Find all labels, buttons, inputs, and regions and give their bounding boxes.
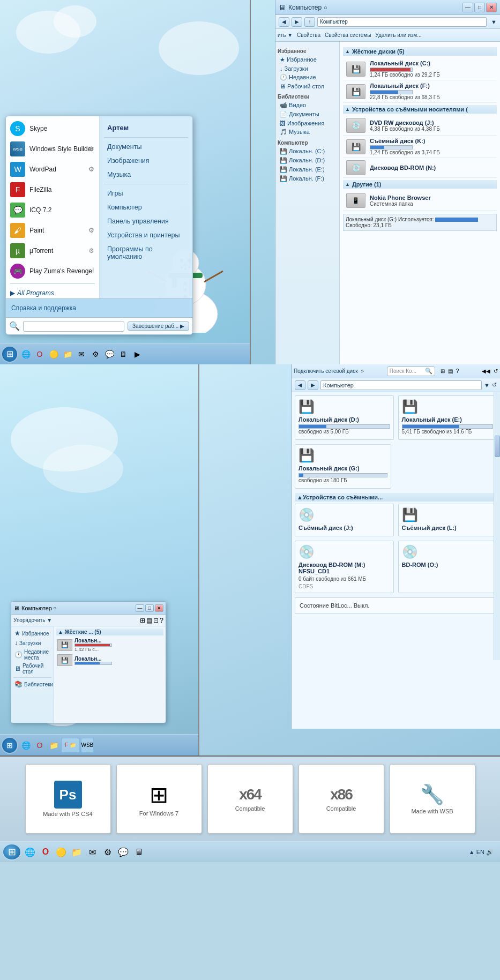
small-organize[interactable]: Упорядочить ▼ [13, 617, 52, 623]
section-removable[interactable]: Устройства со съёмными носителями ( [343, 105, 497, 114]
nav-refresh[interactable]: ↺ [494, 368, 498, 374]
global-icon-ie[interactable]: 🌐 [23, 845, 37, 859]
start-right-artem[interactable]: Артем [100, 121, 192, 135]
small-sidebar-favorites[interactable]: ★Избранное [13, 629, 51, 638]
start-right-games[interactable]: Игры [100, 186, 192, 200]
small-disk-f[interactable]: 💾 Локальн... [56, 653, 163, 667]
taskbar-icon-gear[interactable]: ⚙ [89, 348, 102, 361]
taskbar-bl-wsb[interactable]: WSB [81, 738, 94, 753]
start-item-skype[interactable]: S Skype [6, 118, 99, 139]
sidebar-images[interactable]: 🖼 Изображения [278, 119, 337, 128]
disk-item-dvd[interactable]: 💿 DVD RW дисковод (J:) 4,38 ГБ свободно … [343, 116, 497, 136]
nav-back-btn[interactable]: ◀◀ [482, 368, 490, 374]
back-btn[interactable]: ◀ [279, 17, 289, 27]
start-right-controlpanel[interactable]: Панель управления [100, 214, 192, 228]
view-btn-2[interactable]: ▤ [448, 368, 453, 374]
sidebar-local-c[interactable]: 💾 Локальн. (C:) [278, 147, 337, 156]
sidebar-local-d[interactable]: 💾 Локальн. (D:) [278, 156, 337, 165]
small-maximize[interactable]: □ [145, 604, 154, 612]
start-right-images[interactable]: Изображения [100, 154, 192, 168]
all-programs-btn[interactable]: ▶ All Programs [6, 286, 99, 300]
taskbar-icon-ie[interactable]: 🌐 [19, 348, 32, 361]
large-toolbar-connect[interactable]: Подключить сетевой диск [294, 368, 358, 374]
start-item-zuma[interactable]: 🎮 Play Zuma's Revenge! [6, 261, 99, 281]
disk-item-n[interactable]: 💿 Дисковод BD-ROM (N:) [343, 158, 497, 178]
scrollbar[interactable] [494, 392, 500, 660]
section-hard-disks[interactable]: Жёсткие диски (5) [343, 47, 497, 56]
disk-item-f[interactable]: 💾 Локальный диск (F:) 22,8 ГБ свободно и… [343, 80, 497, 103]
taskbar-icon-folder[interactable]: 📁 [61, 348, 74, 361]
sidebar-recent[interactable]: 🕐 Недавние [278, 73, 337, 82]
sidebar-music[interactable]: 🎵 Музыка [278, 128, 337, 137]
start-right-devices[interactable]: Устройства и принтеры [100, 228, 192, 242]
sidebar-favorites[interactable]: ★ Избранное [278, 55, 337, 64]
large-disk-o[interactable]: 💿 BD-ROM (O:) [398, 541, 497, 593]
taskbar-bl-folder[interactable]: 📁 [47, 739, 60, 752]
toolbar-remove[interactable]: Удалить или изм... [375, 32, 421, 38]
large-address-text[interactable]: Компьютер [320, 380, 482, 390]
small-sidebar-recent[interactable]: 🕐Недавние места [13, 648, 51, 662]
large-disk-e[interactable]: 💾 Локальный диск (E:) 5,41 ГБ свободно и… [398, 395, 497, 440]
sidebar-docs[interactable]: 📄 Документы [278, 110, 337, 119]
global-icon-skype[interactable]: 💬 [116, 845, 130, 859]
disk-item-k[interactable]: 💾 Съёмный диск (K:) 1,24 ГБ свободно из … [343, 136, 497, 158]
up-btn[interactable]: ↑ [304, 17, 315, 27]
scrollbar-thumb[interactable] [495, 436, 500, 457]
taskbar-icon-monitor[interactable]: 🖥 [117, 348, 130, 361]
global-icon-gear[interactable]: ⚙ [101, 845, 115, 859]
toolbar-properties[interactable]: Свойства [297, 32, 320, 38]
start-right-music[interactable]: Музыка [100, 168, 192, 182]
disk-item-nokia[interactable]: 📱 Nokia Phone Browser Системная папка [343, 191, 497, 211]
start-item-icq[interactable]: 💬 ICQ 7.2 [6, 200, 99, 220]
start-item-filezilla[interactable]: F FileZilla [6, 179, 99, 200]
start-search-input[interactable] [23, 321, 124, 332]
close-btn[interactable]: ✕ [486, 3, 497, 12]
start-item-wordpad[interactable]: W WordPad ⚙ [6, 159, 99, 179]
toolbar-organize[interactable]: ить ▼ [278, 32, 293, 38]
taskbar-bl-ie[interactable]: 🌐 [19, 739, 32, 752]
disk-item-c[interactable]: 💾 Локальный диск (C:) 1,24 ГБ свободно и… [343, 58, 497, 80]
taskbar-icon-opera[interactable]: O [33, 348, 46, 361]
global-icon-monitor[interactable]: 🖥 [132, 845, 146, 859]
large-disk-k-empty[interactable]: 💾 Съёмный диск (L:) [398, 504, 497, 536]
small-sidebar-downloads[interactable]: ↓Загрузки [13, 638, 51, 648]
taskbar-bl-file[interactable]: F 📁 [61, 738, 80, 753]
maximize-btn[interactable]: □ [474, 3, 485, 12]
taskbar-icon-chrome[interactable]: 🟡 [47, 348, 60, 361]
sidebar-video[interactable]: 📹 Видео [278, 101, 337, 110]
sidebar-desktop[interactable]: 🖥 Рабочий стол [278, 82, 337, 91]
section-other[interactable]: Другие (1) [343, 180, 497, 189]
minimize-btn[interactable]: — [462, 3, 473, 12]
taskbar-icon-mail[interactable]: ✉ [75, 348, 88, 361]
view-icon-3[interactable]: ⊡ [153, 617, 159, 624]
large-disk-m[interactable]: 💿 Дисковод BD-ROM (M:) NFSU_CD1 0 байт с… [295, 541, 394, 593]
start-item-utorrent[interactable]: µ µTorrent ⚙ [6, 241, 99, 261]
large-toolbar-more[interactable]: » [361, 368, 364, 374]
forward-btn[interactable]: ▶ [292, 17, 302, 27]
start-item-paint[interactable]: 🖌 Paint ⚙ [6, 220, 99, 241]
large-back-btn[interactable]: ◀ [295, 380, 305, 390]
small-sidebar-libraries[interactable]: 📚Библиотеки [13, 679, 51, 689]
view-icon-2[interactable]: ▤ [146, 617, 152, 624]
global-icon-chrome[interactable]: 🟡 [54, 845, 68, 859]
start-right-defaults[interactable]: Программы по умолчанию [100, 242, 192, 264]
sidebar-downloads[interactable]: ↓ Загрузки [278, 64, 337, 73]
start-button-top[interactable]: ⊞ [1, 346, 18, 363]
large-fwd-btn[interactable]: ▶ [308, 380, 318, 390]
taskbar-icon-skype2[interactable]: 💬 [103, 348, 116, 361]
view-btn-1[interactable]: ⊞ [441, 368, 445, 374]
small-minimize[interactable]: — [136, 604, 144, 612]
sidebar-local-e[interactable]: 💾 Локальн. (E:) [278, 165, 337, 174]
search-icon-right[interactable]: 🔍 [425, 368, 432, 375]
view-icon-1[interactable]: ⊞ [140, 617, 145, 624]
sidebar-local-f[interactable]: 💾 Локальн. (F:) [278, 174, 337, 183]
global-icon-opera[interactable]: O [39, 845, 53, 859]
toolbar-sys-properties[interactable]: Свойства системы [325, 32, 371, 38]
global-icon-mail[interactable]: ✉ [85, 845, 99, 859]
large-disk-j[interactable]: 💿 Съёмный диск (J:) [295, 504, 394, 536]
global-icon-folder[interactable]: 📁 [70, 845, 84, 859]
large-disk-g[interactable]: 💾 Локальный диск (G:) свободно из 180 ГБ [295, 444, 391, 489]
view-icon-help[interactable]: ? [160, 617, 163, 624]
start-btn-bottom-left[interactable]: ⊞ [1, 737, 18, 754]
address-bar[interactable]: Компьютер [317, 17, 487, 27]
